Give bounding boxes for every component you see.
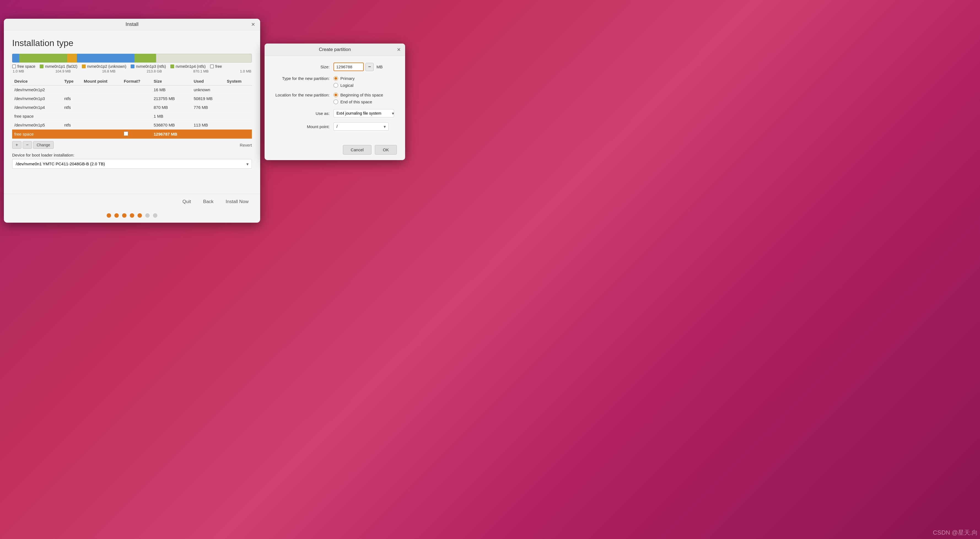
bootloader-label: Device for boot loader installation: bbox=[12, 153, 252, 157]
cell-device: /dev/nvme0n1p4 bbox=[12, 103, 62, 112]
type-radio-group: Primary Logical bbox=[334, 76, 355, 87]
legend-p2: nvme0n1p2 (unknown) bbox=[82, 64, 126, 68]
legend-sizes: 1.0 MB 104.9 MB 16.8 MB 213.8 GB 870.1 M… bbox=[12, 69, 252, 73]
cell-type bbox=[62, 112, 81, 121]
partition-bar-container: free space nvme0n1p1 (fat32) nvme0n1p2 (… bbox=[12, 54, 252, 73]
cell-type: ntfs bbox=[62, 103, 81, 112]
location-beginning-option[interactable]: Beginning of this space bbox=[334, 92, 383, 97]
seg-p3 bbox=[77, 54, 135, 62]
change-partition-button[interactable]: Change bbox=[33, 141, 54, 149]
cell-system bbox=[224, 129, 252, 139]
cell-format bbox=[121, 103, 151, 112]
table-row[interactable]: /dev/nvme0n1p5 ntfs 536870 MB 113 MB bbox=[12, 121, 252, 129]
location-label: Location for the new partition: bbox=[273, 92, 334, 97]
cell-format bbox=[121, 86, 151, 94]
revert-button[interactable]: Revert bbox=[240, 143, 252, 148]
legend-p3: nvme0n1p3 (ntfs) bbox=[130, 64, 166, 68]
add-partition-button[interactable]: + bbox=[12, 141, 22, 149]
dot-2 bbox=[115, 213, 119, 218]
bootloader-select[interactable]: /dev/nvme0n1 YMTC PC411-2048GB-B (2.0 TB… bbox=[12, 159, 252, 169]
back-button[interactable]: Back bbox=[200, 197, 217, 206]
type-primary-option[interactable]: Primary bbox=[334, 76, 355, 81]
cell-device: /dev/nvme0n1p2 bbox=[12, 86, 62, 94]
legend-label-p2: nvme0n1p2 (unknown) bbox=[87, 64, 126, 68]
watermark: CSDN @星天.向 bbox=[933, 528, 978, 537]
location-radio-group: Beginning of this space End of this spac… bbox=[334, 92, 383, 104]
seg-p2 bbox=[67, 54, 77, 62]
cell-system bbox=[224, 94, 252, 103]
table-row[interactable]: /dev/nvme0n1p3 ntfs 213755 MB 50819 MB bbox=[12, 94, 252, 103]
cell-size: 536870 MB bbox=[151, 121, 191, 129]
use-as-select-wrapper: Ext4 journaling file system Ext3 journal… bbox=[334, 109, 397, 118]
cell-size: 16 MB bbox=[151, 86, 191, 94]
cell-size: 870 MB bbox=[151, 103, 191, 112]
location-beginning-radio[interactable] bbox=[334, 92, 338, 97]
quit-button[interactable]: Quit bbox=[179, 197, 194, 206]
type-logical-option[interactable]: Logical bbox=[334, 83, 355, 87]
col-type: Type bbox=[62, 77, 81, 86]
cell-system bbox=[224, 121, 252, 129]
size-p4: 870.1 MB bbox=[193, 69, 208, 73]
cell-size: 213755 MB bbox=[151, 94, 191, 103]
size-label: Size: bbox=[273, 65, 334, 69]
location-row: Location for the new partition: Beginnin… bbox=[273, 92, 397, 104]
cell-mount bbox=[81, 112, 121, 121]
legend-dot-p4 bbox=[170, 65, 174, 68]
format-checkbox[interactable] bbox=[124, 132, 128, 136]
type-row: Type for the new partition: Primary Logi… bbox=[273, 76, 397, 87]
location-end-option[interactable]: End of this space bbox=[334, 100, 383, 104]
cell-used: 776 MB bbox=[191, 103, 224, 112]
dot-3 bbox=[122, 213, 127, 218]
seg-free2 bbox=[156, 54, 252, 62]
cell-used: unknown bbox=[191, 86, 224, 94]
bootloader-select-wrapper: /dev/nvme0n1 YMTC PC411-2048GB-B (2.0 TB… bbox=[12, 159, 252, 169]
cell-mount bbox=[81, 121, 121, 129]
size-p3: 213.8 GB bbox=[147, 69, 162, 73]
legend-dot-p3 bbox=[130, 65, 135, 68]
partition-toolbar: + − Change Revert bbox=[12, 141, 252, 149]
type-logical-radio[interactable] bbox=[334, 83, 338, 87]
type-primary-radio[interactable] bbox=[334, 76, 338, 81]
legend-label-p1: nvme0n1p1 (fat32) bbox=[45, 64, 78, 68]
cell-used: 113 MB bbox=[191, 121, 224, 129]
cancel-button[interactable]: Cancel bbox=[343, 145, 372, 154]
legend-label-free1: free space bbox=[18, 64, 35, 68]
dialog-content: Size: − MB Type for the new partition: P… bbox=[264, 56, 405, 142]
install-close-button[interactable]: ✕ bbox=[250, 21, 256, 28]
table-row[interactable]: free space 1 MB bbox=[12, 112, 252, 121]
dialog-close-button[interactable]: ✕ bbox=[396, 46, 402, 52]
size-free1: 1.0 MB bbox=[13, 69, 24, 73]
table-row[interactable]: /dev/nvme0n1p2 16 MB unknown bbox=[12, 86, 252, 94]
cell-system bbox=[224, 103, 252, 112]
cell-type: ntfs bbox=[62, 121, 81, 129]
cell-format[interactable] bbox=[121, 129, 151, 139]
size-row: Size: − MB bbox=[273, 62, 397, 71]
use-as-row: Use as: Ext4 journaling file system Ext3… bbox=[273, 109, 397, 118]
table-row[interactable]: /dev/nvme0n1p4 ntfs 870 MB 776 MB bbox=[12, 103, 252, 112]
install-now-button[interactable]: Install Now bbox=[223, 197, 252, 206]
install-title: Install bbox=[126, 22, 138, 27]
cell-format bbox=[121, 94, 151, 103]
install-footer: Quit Back Install Now bbox=[4, 194, 260, 210]
mount-select[interactable]: / /boot /home /tmp /usr /var bbox=[334, 122, 388, 130]
cell-device: free space bbox=[12, 112, 62, 121]
size-unit: MB bbox=[377, 65, 383, 69]
remove-partition-button[interactable]: − bbox=[22, 141, 32, 149]
cell-used bbox=[191, 129, 224, 139]
seg-p1 bbox=[19, 54, 67, 62]
size-input[interactable] bbox=[334, 62, 364, 71]
size-p1: 104.9 MB bbox=[56, 69, 71, 73]
legend-p1: nvme0n1p1 (fat32) bbox=[40, 64, 78, 68]
dot-1 bbox=[107, 213, 111, 218]
size-decrease-button[interactable]: − bbox=[366, 63, 374, 71]
ok-button[interactable]: OK bbox=[375, 145, 397, 154]
legend-dot-p2 bbox=[82, 65, 86, 68]
legend-free1: free space bbox=[12, 64, 35, 68]
location-beginning-label: Beginning of this space bbox=[340, 92, 383, 97]
col-mount: Mount point bbox=[81, 77, 121, 86]
cell-size: 1 MB bbox=[151, 112, 191, 121]
table-row-selected[interactable]: free space 1296787 MB bbox=[12, 129, 252, 139]
use-as-select[interactable]: Ext4 journaling file system Ext3 journal… bbox=[334, 109, 394, 118]
cell-device: /dev/nvme0n1p5 bbox=[12, 121, 62, 129]
location-end-radio[interactable] bbox=[334, 100, 338, 104]
